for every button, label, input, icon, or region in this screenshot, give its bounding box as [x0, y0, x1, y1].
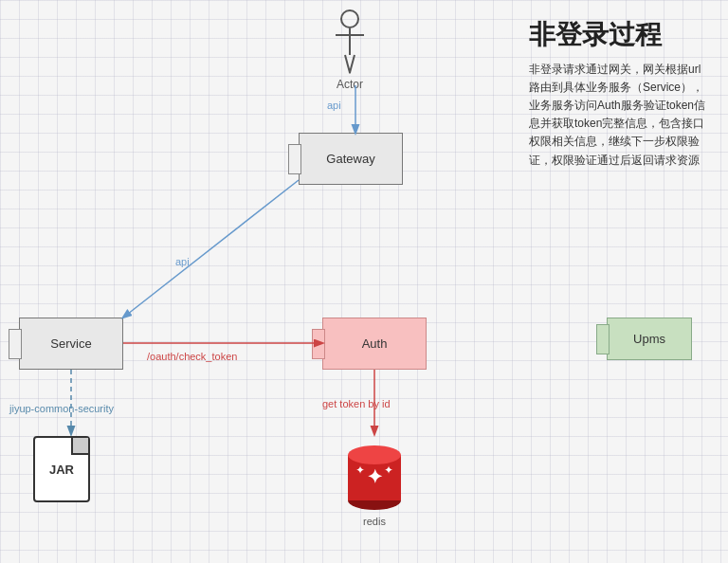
api-label-1: api [327, 100, 341, 111]
jar-container: JAR [33, 436, 90, 502]
description: 非登录请求通过网关，网关根据url路由到具体业务服务（Service），业务服务… [529, 61, 709, 170]
auth-label: Auth [362, 336, 388, 351]
api-label-2: api [175, 256, 190, 267]
security-label: jiyup-common-security [9, 403, 114, 414]
redis-label-text: redis [363, 516, 386, 527]
actor-head [340, 9, 359, 28]
actor-legs [344, 55, 355, 74]
redis-container: ✦ ✦ ✦ redis [341, 436, 408, 527]
svg-point-7 [348, 445, 401, 464]
check-token-label: /oauth/check_token [147, 351, 237, 362]
redis-svg: ✦ ✦ ✦ [341, 436, 408, 512]
svg-line-1 [123, 180, 299, 318]
service-label: Service [50, 336, 91, 351]
gateway-label: Gateway [326, 152, 374, 166]
page-title: 非登录过程 [529, 19, 709, 51]
actor-label: Actor [337, 78, 363, 91]
jar-label: JAR [49, 463, 74, 477]
gateway-box: Gateway [299, 133, 403, 185]
jar-icon: JAR [33, 436, 90, 502]
svg-text:✦: ✦ [367, 466, 383, 487]
actor-arms [336, 34, 364, 36]
actor-figure [340, 9, 359, 74]
actor-body [349, 28, 351, 55]
service-box: Service [19, 318, 123, 370]
actor: Actor [337, 9, 363, 91]
auth-box: Auth [322, 318, 427, 370]
svg-text:✦: ✦ [355, 463, 365, 477]
actor-leg-right [349, 55, 355, 74]
redis-label: get token by id [322, 398, 391, 409]
upms-label: Upms [633, 332, 665, 346]
upms-box: Upms [607, 318, 692, 360]
svg-text:✦: ✦ [384, 463, 393, 477]
info-panel: 非登录过程 非登录请求通过网关，网关根据url路由到具体业务服务（Service… [519, 9, 719, 179]
redis-stack: ✦ ✦ ✦ [341, 436, 408, 512]
